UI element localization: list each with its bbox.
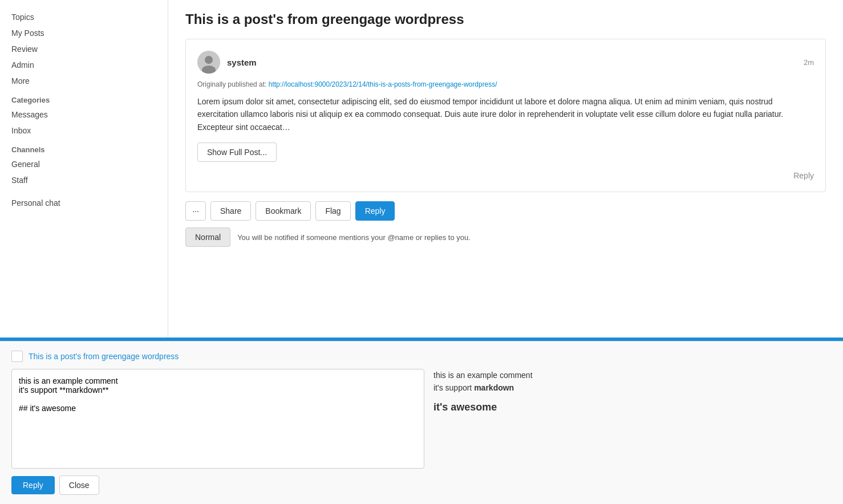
reply-preview: this is an example comment it's support … (433, 369, 832, 469)
post-published: Originally published at: http://localhos… (197, 80, 814, 88)
post-reply-link[interactable]: Reply (793, 171, 814, 180)
more-icon-button[interactable]: ··· (185, 201, 206, 221)
flag-button[interactable]: Flag (315, 201, 350, 221)
reply-button[interactable]: Reply (355, 201, 395, 221)
action-bar: ··· Share Bookmark Flag Reply (185, 201, 826, 221)
post-author-row: system (197, 51, 257, 74)
reply-textarea[interactable]: this is an example comment it's support … (11, 369, 424, 469)
close-button[interactable]: Close (59, 475, 99, 495)
notification-text: You will be notified if someone mentions… (237, 233, 471, 242)
reply-compose-area: This is a post's from greengage wordpres… (0, 341, 843, 504)
sidebar-item-general[interactable]: General (0, 156, 168, 172)
main-content: This is a post's from greengage wordpres… (168, 0, 843, 338)
svg-point-1 (205, 56, 213, 64)
preview-line2: it's support markdown (433, 381, 832, 394)
sidebar-item-more[interactable]: More (0, 73, 168, 89)
reply-editor-area: this is an example comment it's support … (11, 369, 832, 469)
reply-actions: Reply Close (11, 475, 832, 495)
preview-line2-bold: markdown (474, 383, 514, 392)
post-reply-area: Reply (197, 171, 814, 180)
show-full-button[interactable]: Show Full Post... (197, 143, 277, 162)
preview-line1: this is an example comment (433, 369, 832, 381)
sidebar-section-channels: Channels (0, 139, 168, 156)
reply-topic-title[interactable]: This is a post's from greengage wordpres… (29, 352, 179, 361)
post-time: 2m (804, 58, 814, 67)
page-title: This is a post's from greengage wordpres… (185, 11, 826, 27)
sidebar: Topics My Posts Review Admin More Catego… (0, 0, 168, 338)
post-header: system 2m (197, 51, 814, 74)
sidebar-item-staff[interactable]: Staff (0, 172, 168, 188)
preview-line2-prefix: it's support (433, 383, 474, 392)
post-author-name: system (227, 58, 257, 67)
post-body: Lorem ipsum dolor sit amet, consectetur … (197, 95, 814, 133)
avatar (197, 51, 220, 74)
sidebar-item-my-posts[interactable]: My Posts (0, 25, 168, 41)
published-prefix: Originally published at: (197, 80, 266, 88)
normal-button[interactable]: Normal (185, 227, 230, 247)
bookmark-button[interactable]: Bookmark (256, 201, 311, 221)
sidebar-section-categories: Categories (0, 89, 168, 107)
sidebar-item-topics[interactable]: Topics (0, 9, 168, 25)
share-button[interactable]: Share (210, 201, 251, 221)
preview-heading: it's awesome (433, 399, 832, 416)
reply-topic-header: This is a post's from greengage wordpres… (11, 351, 832, 362)
notification-bar: Normal You will be notified if someone m… (185, 227, 826, 247)
post-card: system 2m Originally published at: http:… (185, 39, 826, 192)
reply-submit-button[interactable]: Reply (11, 476, 55, 494)
published-link[interactable]: http://localhost:9000/2023/12/14/this-is… (269, 80, 497, 88)
sidebar-item-review[interactable]: Review (0, 41, 168, 57)
sidebar-item-messages[interactable]: Messages (0, 107, 168, 123)
sidebar-item-personal-chat[interactable]: Personal chat (0, 195, 168, 211)
sidebar-item-admin[interactable]: Admin (0, 57, 168, 73)
sidebar-item-inbox[interactable]: Inbox (0, 123, 168, 139)
reply-topic-icon (11, 351, 23, 362)
